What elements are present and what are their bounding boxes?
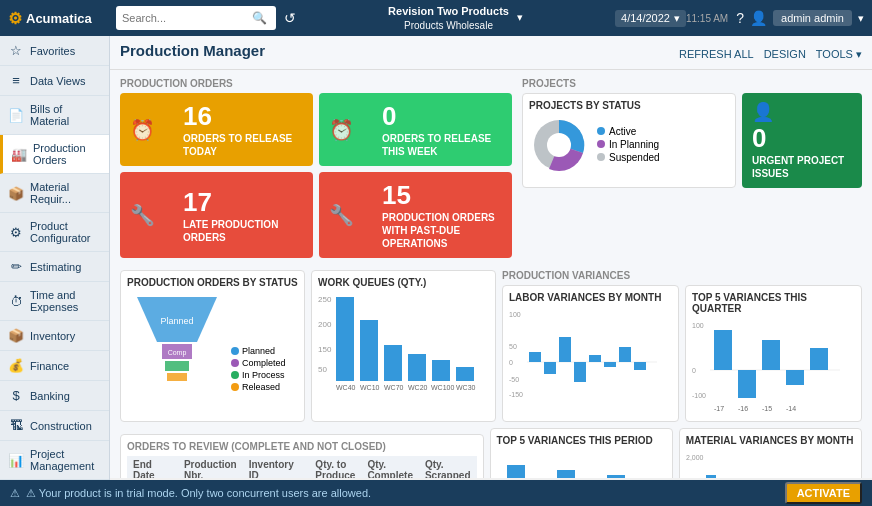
sidebar-item-bills[interactable]: 📄 Bills of Material — [0, 96, 109, 135]
sidebar-item-favorites[interactable]: ☆ Favorites — [0, 36, 109, 66]
sidebar-label-favorites: Favorites — [30, 45, 75, 57]
planned-label: Planned — [242, 346, 275, 356]
work-queues-svg: 250 200 150 50 WC40 WC10 — [318, 292, 488, 392]
col-inv-id: Inventory ID — [243, 456, 310, 478]
svg-rect-34 — [544, 362, 556, 374]
sidebar-label-construction: Construction — [30, 420, 92, 432]
orders-status-chart-svg: Planned Comp — [127, 292, 227, 392]
legend-in-process: In Process — [231, 370, 286, 380]
date-time: 11:15 AM — [686, 13, 728, 24]
svg-text:150: 150 — [318, 345, 332, 354]
sidebar-item-banking[interactable]: $ Banking — [0, 381, 109, 411]
sidebar: ☆ Favorites ≡ Data Views 📄 Bills of Mate… — [0, 36, 110, 480]
svg-rect-52 — [507, 465, 525, 478]
search-bar[interactable]: 🔍 — [116, 6, 276, 30]
user-icon[interactable]: 👤 — [750, 10, 767, 26]
projects-section: PROJECTS PROJECTS BY STATUS — [522, 78, 862, 264]
kpi-past-due[interactable]: 🔧 15 PRODUCTION ORDERS WITH PAST-DUE OPE… — [319, 172, 512, 258]
funnel-legend: Planned Completed In Process — [231, 346, 286, 392]
activate-button[interactable]: ACTIVATE — [785, 482, 862, 504]
sidebar-item-construction[interactable]: 🏗 Construction — [0, 411, 109, 441]
labor-variances-svg: 100 50 0 -50 -150 — [509, 307, 659, 402]
legend-planning-label: In Planning — [609, 139, 659, 150]
in-process-dot — [231, 371, 239, 379]
completed-dot — [231, 359, 239, 367]
company-dropdown-icon[interactable]: ▾ — [517, 11, 523, 24]
nav-icons: ? 👤 admin admin ▾ — [736, 10, 864, 26]
svg-rect-14 — [384, 345, 402, 381]
kpi-release-week[interactable]: ⏰ 0 ORDERS TO RELEASE THIS WEEK — [319, 93, 512, 166]
refresh-btn[interactable]: REFRESH ALL — [679, 48, 754, 61]
kpi-cards-row2: 🔧 17 LATE PRODUCTION ORDERS 🔧 15 PRODUCT… — [120, 172, 512, 258]
kpi-late-orders[interactable]: 🔧 17 LATE PRODUCTION ORDERS — [120, 172, 313, 258]
tool-icon2: 🔧 — [329, 203, 354, 227]
sidebar-item-time[interactable]: ⏱ Time and Expenses — [0, 282, 109, 321]
table-header-row: End Date Production Nbr. Inventory ID Qt… — [127, 456, 477, 478]
variances-section: PRODUCTION VARIANCES LABOR VARIANCES BY … — [502, 270, 862, 422]
sidebar-item-material[interactable]: 📦 Material Requir... — [0, 174, 109, 213]
svg-rect-56 — [607, 475, 625, 478]
finance-icon: 💰 — [8, 358, 24, 373]
svg-text:250: 250 — [318, 295, 332, 304]
svg-text:0: 0 — [509, 359, 513, 366]
sidebar-item-finance[interactable]: 💰 Finance — [0, 351, 109, 381]
sidebar-item-estimating[interactable]: ✏ Estimating — [0, 252, 109, 282]
top5-period-title: TOP 5 VARIANCES THIS PERIOD — [497, 435, 666, 446]
tools-btn[interactable]: TOOLS ▾ — [816, 48, 862, 61]
sidebar-label-estimating: Estimating — [30, 261, 81, 273]
work-queues-title: WORK QUEUES (QTY.) — [318, 277, 489, 288]
svg-text:-150: -150 — [509, 391, 523, 398]
search-icon: 🔍 — [252, 11, 267, 25]
design-btn[interactable]: DESIGN — [764, 48, 806, 61]
box-icon: 📦 — [8, 186, 24, 201]
svg-text:WC100: WC100 — [431, 384, 454, 391]
svg-text:WC20: WC20 — [408, 384, 428, 391]
banking-icon: $ — [8, 388, 24, 403]
past-due-number: 15 — [382, 180, 502, 211]
sidebar-item-product-config[interactable]: ⚙ Product Configurator — [0, 213, 109, 252]
logo-text: Acumatica — [26, 11, 92, 26]
nav-date: 4/14/2022 ▾ — [615, 10, 686, 27]
user-dropdown-icon[interactable]: ▾ — [858, 12, 864, 25]
top5-quarter-svg: 100 0 -100 -17 -16 — [692, 318, 842, 413]
kpi-release-today[interactable]: ⏰ 16 ORDERS TO RELEASE TODAY — [120, 93, 313, 166]
release-week-label: ORDERS TO RELEASE THIS WEEK — [382, 132, 502, 158]
variances-label: PRODUCTION VARIANCES — [502, 270, 862, 281]
sidebar-item-inventory[interactable]: 📦 Inventory — [0, 321, 109, 351]
urgent-label: URGENT PROJECT ISSUES — [752, 154, 852, 180]
svg-text:50: 50 — [509, 343, 517, 350]
status-bar: ⚠ ⚠ Your product is in trial mode. Only … — [0, 480, 872, 506]
svg-rect-15 — [408, 354, 426, 381]
clock-icon-card: ⏰ — [130, 118, 155, 142]
sidebar-label-time: Time and Expenses — [30, 289, 101, 313]
svg-text:Planned: Planned — [160, 316, 193, 326]
svg-text:-16: -16 — [738, 405, 748, 412]
release-week-number: 0 — [382, 101, 502, 132]
svg-rect-44 — [762, 340, 780, 370]
star-icon: ☆ — [8, 43, 24, 58]
svg-point-1 — [547, 133, 571, 157]
main-content: PRODUCTION ORDERS ⏰ 16 ORDERS TO RELEASE… — [110, 70, 872, 478]
svg-rect-35 — [574, 362, 586, 382]
date-dropdown-icon[interactable]: ▾ — [674, 12, 680, 25]
material-variances-title: MATERIAL VARIANCES BY MONTH — [686, 435, 855, 446]
released-dot — [231, 383, 239, 391]
search-input[interactable] — [122, 12, 252, 24]
date-text: 4/14/2022 — [621, 12, 670, 24]
sidebar-label-production: Production Orders — [33, 142, 101, 166]
history-icon[interactable]: ↺ — [284, 10, 296, 26]
svg-rect-17 — [456, 367, 474, 381]
kpi-urgent-issues[interactable]: 👤 0 URGENT PROJECT ISSUES — [742, 93, 862, 188]
status-message: ⚠ Your product is in trial mode. Only tw… — [26, 487, 371, 500]
svg-rect-4 — [165, 361, 189, 371]
sidebar-item-production-orders[interactable]: 🏭 Production Orders — [0, 135, 109, 174]
inventory-icon: 📦 — [8, 328, 24, 343]
help-icon[interactable]: ? — [736, 10, 744, 26]
svg-text:-50: -50 — [509, 376, 519, 383]
company-info: Revision Two Products Products Wholesale — [388, 4, 509, 31]
sidebar-item-project[interactable]: 📊 Project Management — [0, 441, 109, 480]
production-orders-section: PRODUCTION ORDERS ⏰ 16 ORDERS TO RELEASE… — [120, 78, 512, 264]
sidebar-item-data-views[interactable]: ≡ Data Views — [0, 66, 109, 96]
user-menu[interactable]: admin admin — [773, 10, 852, 26]
col-qty-complete: Qty. Complete — [361, 456, 419, 478]
